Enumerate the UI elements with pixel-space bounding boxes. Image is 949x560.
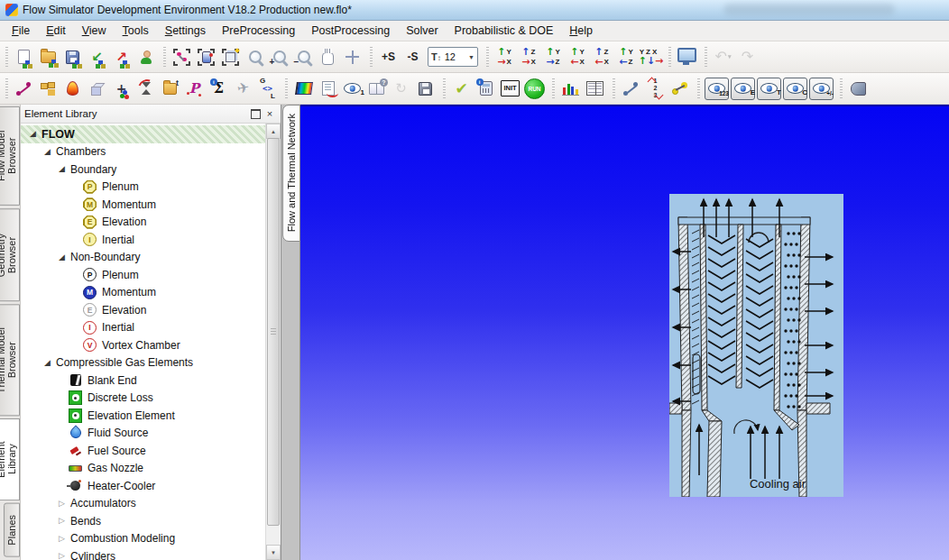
display-settings-button[interactable] xyxy=(675,45,699,69)
import-model-button[interactable]: ↙ xyxy=(85,45,109,69)
combustor-button[interactable] xyxy=(60,77,85,101)
export-model-button[interactable]: ↗ xyxy=(109,45,134,69)
tab-flow-and-thermal-network[interactable]: Flow and Thermal Network xyxy=(282,105,300,242)
tree-item-chambers[interactable]: ◢Chambers xyxy=(21,143,266,161)
create-element-button[interactable] xyxy=(12,77,36,101)
toggle-show-numbers-button[interactable]: 123 xyxy=(705,78,729,100)
tree-item-momentum[interactable]: MMomentum xyxy=(21,196,266,214)
spline-curve-button[interactable]: P xyxy=(182,77,207,101)
cavity-tool-button[interactable]: t xyxy=(158,77,182,101)
tree-item-cylinders[interactable]: ▷Cylinders xyxy=(21,547,266,560)
scroll-thumb[interactable] xyxy=(267,138,280,526)
reference-manual-button[interactable]: ? xyxy=(364,77,389,101)
display-mode-button[interactable]: 1 xyxy=(340,77,364,101)
open-expander-icon[interactable]: ◢ xyxy=(26,127,40,141)
tree-item-blank-end[interactable]: Blank End xyxy=(21,372,266,390)
tree-item-non-boundary[interactable]: ◢Non-Boundary xyxy=(21,249,266,267)
model-canvas[interactable]: Cooling air xyxy=(300,105,949,560)
save-model-button[interactable] xyxy=(60,45,85,69)
view-y-x-button[interactable]: ↑Y→X xyxy=(493,45,517,69)
volume-button[interactable] xyxy=(85,77,109,101)
menu-edit[interactable]: Edit xyxy=(38,23,74,39)
tree-item-flow[interactable]: ◢FLOW xyxy=(21,125,266,143)
redo-button[interactable]: ↷ xyxy=(735,45,760,69)
dropdown-arrow-icon[interactable]: ▼ xyxy=(464,54,474,60)
menu-tools[interactable]: Tools xyxy=(115,23,157,39)
closed-expander-icon[interactable]: ▷ xyxy=(55,532,69,546)
close-panel-button[interactable]: × xyxy=(263,107,277,121)
connect-elements-button[interactable] xyxy=(619,77,643,101)
tree-item-combustion-modeling[interactable]: ▷Combustion Modeling xyxy=(21,530,266,548)
view-y-z-button[interactable]: ↑Y→Z xyxy=(541,45,566,69)
open-expander-icon[interactable]: ◢ xyxy=(55,162,69,176)
tree-item-vortex-chamber[interactable]: VVortex Chamber xyxy=(21,336,266,354)
zoom-window-button[interactable] xyxy=(243,45,267,69)
tree-item-elevation[interactable]: EElevation xyxy=(21,214,266,232)
pan-button[interactable] xyxy=(316,45,340,69)
tree-item-fluid-source[interactable]: Fluid Source xyxy=(21,425,266,443)
new-model-button[interactable] xyxy=(12,45,36,69)
fit-selection-button[interactable] xyxy=(194,45,218,69)
tree-item-inertial[interactable]: IInertial xyxy=(21,319,266,337)
tree-item-elevation-element[interactable]: Elevation Element xyxy=(21,407,266,425)
closed-expander-icon[interactable]: ▷ xyxy=(55,497,69,510)
view-x-z-button[interactable]: ↑Z←X xyxy=(590,45,614,69)
tree-item-momentum[interactable]: MMomentum xyxy=(21,284,266,302)
fit-all-button[interactable] xyxy=(218,45,243,69)
side-tab-planes[interactable]: Planes xyxy=(4,503,20,557)
run-solver-button[interactable]: RUN xyxy=(522,77,547,101)
open-model-button[interactable] xyxy=(36,45,60,69)
side-tab-element-library[interactable]: Element Library xyxy=(0,418,20,500)
scroll-up-button[interactable]: ▲ xyxy=(266,124,281,139)
scroll-down-button[interactable]: ▼ xyxy=(266,545,281,560)
zoom-in-button[interactable]: + xyxy=(267,45,291,69)
font-size-select[interactable]: T↕12▼ xyxy=(428,47,478,67)
view-z-x-button[interactable]: ↑Z→X xyxy=(517,45,541,69)
tree-item-fuel-source[interactable]: Fuel Source xyxy=(21,442,266,460)
renumber-button[interactable]: 123 xyxy=(643,77,668,101)
tree-item-plenum[interactable]: PPlenum xyxy=(21,266,266,284)
undo-button[interactable]: ↶▾ xyxy=(711,45,735,69)
menu-probabilistic-doe[interactable]: Probabilistic & DOE xyxy=(447,23,562,39)
side-tab-thermal-model-browser[interactable]: Thermal Model Browser xyxy=(0,304,20,416)
menu-help[interactable]: Help xyxy=(561,23,601,39)
side-tab-flow-model-browser[interactable]: Flow Model Browser xyxy=(0,106,20,206)
aircraft-mission-button[interactable]: ✈ xyxy=(231,77,255,101)
initialize-button[interactable]: INIT xyxy=(498,77,522,101)
global-local-button[interactable]: G<>L xyxy=(255,77,280,101)
tree-item-compressible-gas-elements[interactable]: ◢Compressible Gas Elements xyxy=(21,354,266,372)
tree-item-discrete-loss[interactable]: Discrete Loss xyxy=(21,390,266,408)
closed-expander-icon[interactable]: ▷ xyxy=(55,549,69,560)
plot-report-button[interactable] xyxy=(316,77,340,101)
view-isometric-button[interactable]: YZX↑↓→ xyxy=(639,45,663,69)
menu-preprocessing[interactable]: PreProcessing xyxy=(214,23,303,39)
increase-symbol-size-button[interactable]: +S xyxy=(376,45,401,69)
menu-settings[interactable]: Settings xyxy=(157,23,214,39)
tree-item-heater-cooler[interactable]: Heater-Cooler xyxy=(21,477,266,495)
property-calculator-button[interactable]: i xyxy=(474,77,498,101)
menu-view[interactable]: View xyxy=(74,23,115,39)
tree-scrollbar[interactable]: ▲ ▼ xyxy=(265,124,281,560)
tabular-results-button[interactable] xyxy=(583,77,607,101)
model-tree-button[interactable] xyxy=(36,77,60,101)
transient-setup-button[interactable] xyxy=(134,77,158,101)
menu-postprocessing[interactable]: PostProcessing xyxy=(303,23,398,39)
chart-results-button[interactable] xyxy=(558,77,583,101)
tree-item-boundary[interactable]: ◢Boundary xyxy=(21,161,266,179)
decrease-symbol-size-button[interactable]: -S xyxy=(401,45,425,69)
side-tab-geometry-browser[interactable]: Geometry Browser xyxy=(0,208,20,301)
tree-item-accumulators[interactable]: ▷Accumulators xyxy=(21,495,266,513)
menu-solver[interactable]: Solver xyxy=(398,23,446,39)
tree-item-bends[interactable]: ▷Bends xyxy=(21,512,266,530)
probe-tool-button[interactable] xyxy=(846,77,871,101)
summation-button[interactable]: Σi xyxy=(207,77,231,101)
check-model-button[interactable]: ✔ xyxy=(449,77,474,101)
toggle-show-temperatures-button[interactable]: T xyxy=(757,78,781,100)
menu-file[interactable]: File xyxy=(4,23,38,39)
open-expander-icon[interactable]: ◢ xyxy=(41,356,54,370)
toggle-show-chambers-button[interactable]: C xyxy=(783,78,807,100)
toggle-show-elements-button[interactable]: E xyxy=(731,78,755,100)
save-results-button[interactable] xyxy=(413,77,438,101)
tree-item-gas-nozzle[interactable]: Gas Nozzle xyxy=(21,460,266,478)
toggle-show-signs-button[interactable]: +/- xyxy=(809,78,834,100)
